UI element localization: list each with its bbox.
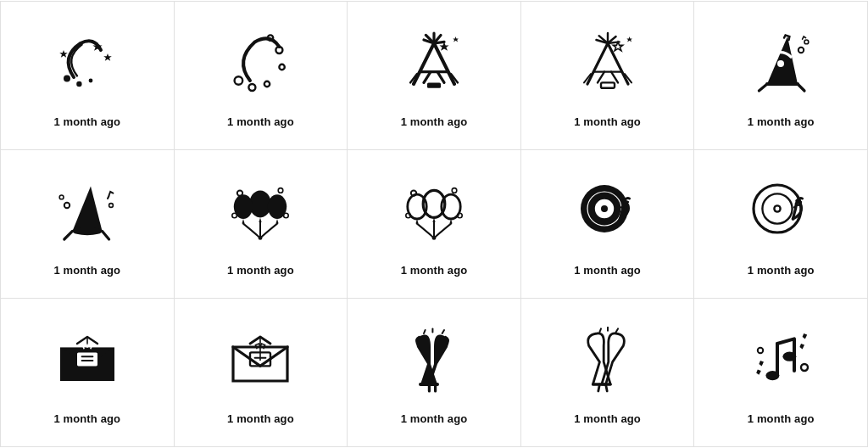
icon-fireworks-outline	[570, 25, 646, 102]
timestamp-label: 1 month ago	[227, 115, 294, 128]
svg-point-25	[777, 60, 784, 67]
timestamp-label: 1 month ago	[53, 264, 120, 277]
svg-point-69	[758, 347, 763, 352]
icon-confetti-stars	[49, 25, 125, 102]
svg-rect-58	[77, 352, 97, 366]
svg-point-4	[249, 84, 256, 91]
timestamp-label: 1 month ago	[53, 412, 120, 425]
svg-point-37	[259, 236, 263, 240]
grid-item-14: 1 month ago	[521, 299, 695, 447]
timestamp-label: 1 month ago	[748, 264, 815, 277]
icon-vinyl-hand	[570, 174, 646, 250]
svg-point-24	[790, 43, 795, 48]
svg-point-8	[280, 64, 285, 69]
timestamp-label: 1 month ago	[748, 412, 815, 425]
grid-item-15: 1 month ago	[694, 299, 868, 447]
grid-item-13: 1 month ago	[348, 299, 521, 447]
timestamp-label: 1 month ago	[227, 264, 294, 277]
grid-item-3: 1 month ago	[348, 2, 521, 150]
svg-point-1	[76, 81, 81, 86]
svg-line-30	[64, 231, 73, 239]
svg-point-41	[284, 213, 289, 218]
grid-item-7: 1 month ago	[175, 150, 348, 299]
grid-item-10: 1 month ago	[694, 150, 868, 299]
svg-point-40	[232, 213, 237, 218]
svg-point-6	[276, 47, 283, 53]
timestamp-label: 1 month ago	[574, 412, 641, 425]
svg-point-57	[776, 206, 780, 210]
grid-item-2: 1 month ago	[175, 2, 348, 150]
icon-fireworks-filled	[396, 25, 472, 102]
grid-item-5: 1 month ago	[694, 2, 868, 150]
grid-item-8: 1 month ago	[348, 150, 521, 299]
svg-point-0	[64, 75, 70, 81]
svg-point-34	[250, 190, 272, 217]
svg-point-46	[411, 190, 416, 195]
svg-rect-20	[601, 82, 615, 87]
icon-champagne-filled	[396, 322, 472, 399]
svg-point-47	[452, 188, 457, 193]
grid-item-9: 1 month ago	[521, 150, 695, 299]
svg-rect-14	[427, 82, 441, 87]
timestamp-label: 1 month ago	[401, 264, 468, 277]
svg-point-39	[279, 188, 284, 193]
svg-point-3	[235, 76, 243, 85]
svg-point-31	[64, 202, 70, 207]
timestamp-label: 1 month ago	[574, 115, 641, 128]
svg-point-68	[801, 364, 808, 371]
icon-music-notes	[743, 322, 819, 399]
icon-champagne-outline	[570, 322, 646, 399]
timestamp-label: 1 month ago	[227, 412, 294, 425]
grid-item-6: 1 month ago	[1, 150, 175, 299]
timestamp-label: 1 month ago	[748, 115, 815, 128]
icon-party-hat	[743, 25, 819, 102]
svg-point-52	[601, 205, 608, 212]
svg-line-29	[102, 231, 108, 239]
grid-item-11: 1 month ago	[1, 299, 175, 447]
svg-point-28	[72, 227, 102, 235]
svg-line-22	[798, 84, 804, 91]
svg-point-33	[108, 203, 113, 207]
svg-line-64	[598, 384, 599, 391]
svg-line-65	[605, 384, 607, 391]
timestamp-label: 1 month ago	[401, 115, 468, 128]
icon-envelope-filled	[49, 322, 125, 399]
timestamp-label: 1 month ago	[53, 115, 120, 128]
svg-point-38	[237, 190, 242, 195]
icon-balloons-outline	[396, 174, 472, 250]
icon-party-hat-filled	[49, 174, 125, 250]
timestamp-label: 1 month ago	[401, 412, 468, 425]
svg-point-45	[432, 236, 437, 240]
grid-item-4: 1 month ago	[521, 2, 695, 150]
icon-cd-hand	[743, 174, 819, 250]
icon-balloons-filled	[222, 174, 298, 250]
svg-point-2	[88, 78, 92, 82]
icon-grid: 1 month ago 1 month ago 1 month ago	[0, 1, 868, 447]
icon-envelope-outline	[222, 322, 298, 399]
svg-point-32	[59, 195, 64, 199]
icon-confetti-circles	[222, 25, 298, 102]
svg-point-27	[804, 40, 809, 44]
grid-item-1: 1 month ago	[1, 2, 175, 150]
svg-point-5	[264, 81, 270, 86]
svg-point-26	[798, 47, 804, 52]
svg-point-66	[766, 371, 780, 380]
svg-line-23	[760, 84, 768, 91]
grid-item-12: 1 month ago	[175, 299, 348, 447]
timestamp-label: 1 month ago	[574, 264, 641, 277]
